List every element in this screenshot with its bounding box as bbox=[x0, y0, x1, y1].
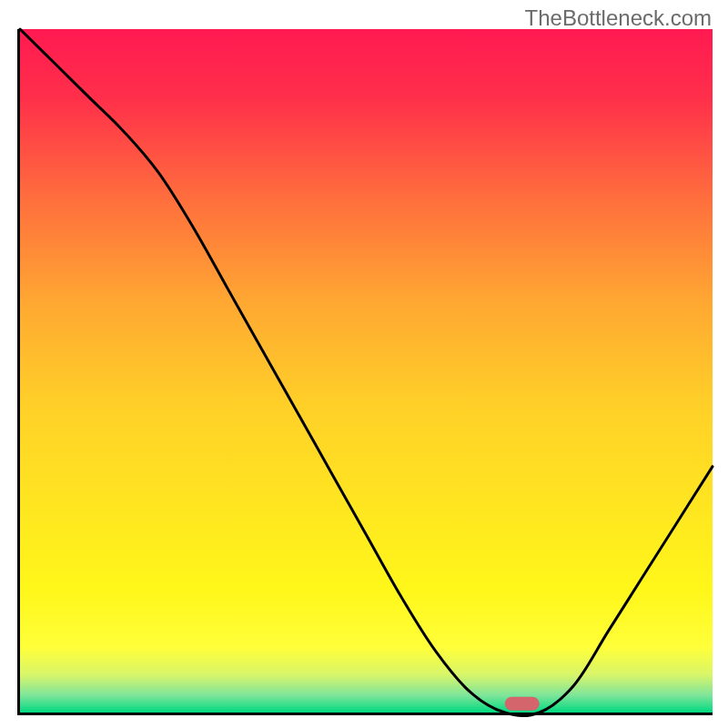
watermark-text: TheBottleneck.com bbox=[525, 5, 712, 31]
chart-frame bbox=[17, 29, 713, 715]
svg-rect-1 bbox=[505, 697, 540, 711]
low-point-marker bbox=[20, 29, 713, 713]
